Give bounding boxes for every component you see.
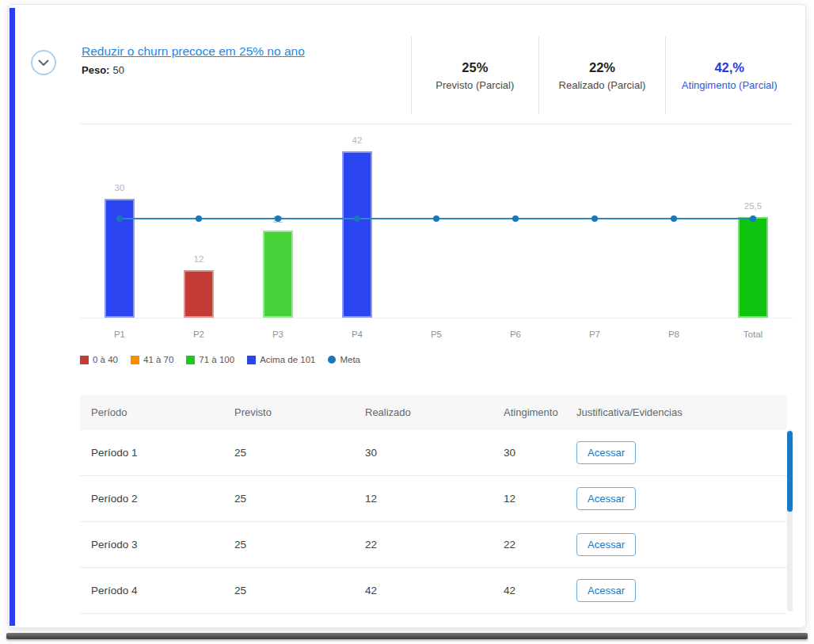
atingimento-chart: 3012224225,5 P1P2P3P4P5P6P7P8Total — [80, 131, 793, 347]
goal-title-link[interactable]: Reduzir o churn precoce em 25% no ano — [82, 44, 305, 59]
table-cell: 22 — [354, 539, 493, 551]
goal-weight: Peso:50 — [82, 64, 305, 76]
table-cell: 12 — [354, 493, 493, 505]
acessar-button[interactable]: Acessar — [576, 441, 636, 464]
table-cell: 22 — [493, 539, 565, 551]
table-row: Período 3252222Acessar — [80, 521, 787, 567]
table-body: Período 1253030AcessarPeríodo 2251212Ace… — [80, 430, 787, 613]
table-cell: 25 — [223, 539, 354, 551]
table-cell: 25 — [223, 585, 354, 596]
legend-item: 41 à 70 — [131, 355, 173, 364]
chart-category-label: P6 — [476, 318, 555, 347]
stat-previsto-value: 25% — [462, 60, 488, 75]
table-cell-action: Acessar — [565, 487, 787, 510]
meta-point — [354, 215, 360, 222]
legend-swatch-square — [80, 356, 89, 364]
column-header-realizado: Realizado — [354, 406, 493, 418]
meta-point — [196, 215, 202, 222]
stat-previsto-label: Previsto (Parcial) — [436, 79, 514, 91]
table-cell: 42 — [493, 585, 565, 596]
chart-category-label: P7 — [555, 318, 634, 347]
stat-realizado-label: Realizado (Parcial) — [559, 79, 646, 91]
left-accent-bar — [10, 8, 15, 626]
table-cell-action: Acessar — [565, 533, 787, 556]
chart-category-label: P2 — [159, 318, 238, 347]
legend-item: Acima de 101 — [247, 355, 315, 364]
chart-category-label: P8 — [634, 318, 713, 347]
meta-point — [433, 215, 439, 222]
header-separator — [80, 124, 793, 124]
table-scrollbar-thumb[interactable] — [787, 431, 793, 512]
table-cell: 25 — [223, 493, 354, 505]
table-cell: Período 3 — [80, 539, 223, 551]
column-header-previsto: Previsto — [223, 406, 354, 418]
meta-point — [512, 215, 519, 222]
legend-label: 41 à 70 — [143, 355, 173, 364]
legend-label: Meta — [340, 355, 360, 364]
chart-slot — [634, 131, 713, 318]
acessar-button[interactable]: Acessar — [576, 487, 636, 510]
chart-bar — [263, 231, 293, 318]
table-cell-action: Acessar — [565, 579, 787, 602]
chart-slot: 22 — [238, 131, 318, 318]
column-header-periodo: Período — [80, 406, 223, 418]
stat-atingimento: 42,% Atingimento (Parcial) — [665, 36, 793, 114]
legend-swatch-circle — [328, 356, 336, 364]
legend-label: Acima de 101 — [260, 355, 315, 364]
stat-atingimento-label: Atingimento (Parcial) — [682, 79, 778, 91]
meta-point — [275, 215, 281, 222]
weight-label: Peso: — [82, 64, 109, 76]
acessar-button[interactable]: Acessar — [576, 533, 636, 556]
stat-realizado: 22% Realizado (Parcial) — [538, 36, 666, 114]
chart-legend: 0 à 4041 à 7071 à 100Acima de 101Meta — [80, 355, 360, 364]
stat-realizado-value: 22% — [589, 60, 615, 75]
table-row: Período 1253030Acessar — [80, 430, 787, 475]
legend-swatch-square — [186, 356, 195, 364]
chart-xlabels: P1P2P3P4P5P6P7P8Total — [80, 318, 793, 347]
chart-bar — [342, 151, 372, 318]
chart-slot — [476, 131, 555, 318]
legend-label: 0 à 40 — [93, 355, 118, 364]
table-row: Período 4254242Acessar — [80, 567, 787, 613]
column-header-justificativa: Justificativa/Evidencias — [565, 406, 787, 418]
chart-slot: 12 — [159, 131, 238, 318]
chart-category-label: P1 — [80, 318, 159, 347]
table-cell: 30 — [354, 447, 493, 459]
bar-value-label: 12 — [159, 254, 238, 264]
weight-value: 50 — [112, 64, 124, 76]
chart-bar — [184, 270, 214, 318]
legend-item: 71 à 100 — [186, 355, 234, 364]
summary-stats: 25% Previsto (Parcial) 22% Realizado (Pa… — [411, 36, 793, 114]
meta-point — [671, 215, 677, 222]
stat-atingimento-value: 42,% — [714, 60, 744, 75]
meta-point — [591, 215, 598, 222]
table-cell: 42 — [354, 585, 493, 596]
bar-value-label: 25,5 — [713, 201, 793, 211]
window-bottom-edge — [6, 633, 808, 639]
legend-swatch-square — [247, 356, 256, 364]
legend-item: 0 à 40 — [80, 355, 118, 364]
meta-point — [750, 215, 756, 222]
legend-label: 71 à 100 — [199, 355, 234, 364]
column-header-atingimento: Atingimento — [493, 406, 565, 418]
table-cell: 30 — [493, 447, 565, 459]
chart-slot: 25,5 — [713, 131, 793, 318]
periods-table: Período Previsto Realizado Atingimento J… — [80, 394, 787, 614]
goal-header: Reduzir o churn precoce em 25% no ano Pe… — [82, 44, 305, 76]
chart-plot: 3012224225,5 — [80, 131, 793, 318]
chart-slot: 42 — [318, 131, 397, 318]
chart-slot — [397, 131, 476, 318]
acessar-button[interactable]: Acessar — [576, 579, 636, 602]
chart-category-label: P4 — [318, 318, 397, 347]
table-cell: 12 — [493, 493, 565, 505]
table-row: Período 2251212Acessar — [80, 475, 787, 521]
chart-slot: 30 — [80, 131, 159, 318]
table-cell: 25 — [223, 447, 354, 459]
legend-item: Meta — [328, 355, 360, 364]
table-cell: Período 1 — [80, 447, 223, 459]
collapse-toggle-button[interactable] — [31, 50, 56, 75]
bar-value-label: 30 — [80, 183, 159, 192]
chart-slot — [555, 131, 634, 318]
table-cell: Período 2 — [80, 493, 223, 505]
chart-category-label: P3 — [238, 318, 318, 347]
